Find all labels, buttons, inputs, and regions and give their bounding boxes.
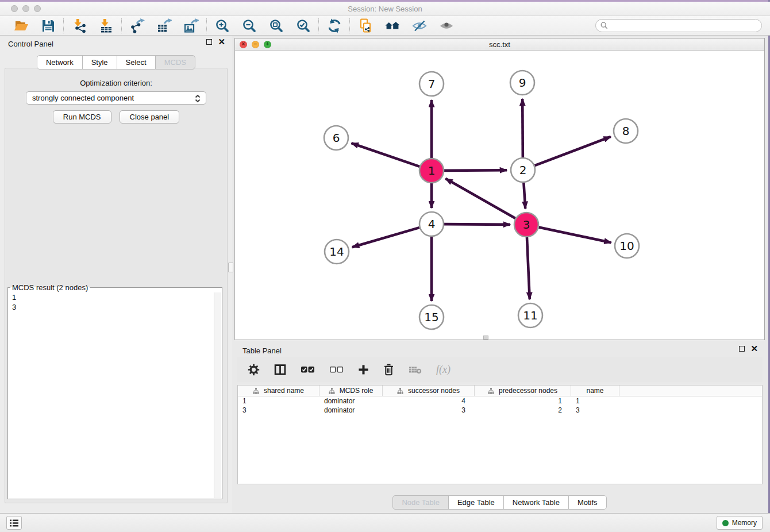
search-box[interactable] — [595, 19, 762, 32]
cell-MCDS-role[interactable]: dominator — [319, 406, 383, 415]
node-6[interactable]: 6 — [324, 126, 348, 150]
node-1[interactable]: 1 — [419, 159, 444, 183]
memory-button[interactable]: Memory — [717, 516, 763, 530]
select-all-columns-button[interactable] — [301, 363, 315, 377]
delete-table-button[interactable] — [409, 363, 422, 377]
canvas-scroll-thumb[interactable] — [483, 336, 488, 340]
network-graph[interactable]: 7968124314101511 — [235, 51, 764, 340]
unselect-all-columns-button[interactable] — [329, 363, 344, 377]
column-label: MCDS role — [340, 387, 374, 395]
import-network-button[interactable] — [71, 18, 87, 33]
network-canvas[interactable]: 7968124314101511 — [235, 51, 764, 340]
copy-network-button[interactable] — [357, 18, 373, 33]
column-header-MCDS-role[interactable]: MCDS role — [319, 385, 383, 396]
float-table-panel-icon[interactable] — [739, 346, 745, 352]
column-header-predecessor-nodes[interactable]: predecessor nodes — [475, 385, 571, 396]
table-panel-header: Table Panel ✕ — [234, 342, 765, 358]
cell-predecessor-nodes[interactable]: 2 — [475, 406, 571, 415]
export-image-button[interactable] — [183, 18, 199, 33]
cell-successor-nodes[interactable]: 4 — [383, 396, 475, 406]
tab-network-table[interactable]: Network Table — [503, 495, 569, 510]
export-table-icon — [157, 18, 172, 33]
float-panel-icon[interactable] — [206, 39, 212, 45]
cell-shared-name[interactable]: 3 — [238, 406, 319, 415]
add-column-button[interactable] — [358, 363, 369, 377]
mcds-result-line: 3 — [12, 302, 222, 312]
task-history-button[interactable] — [6, 516, 22, 530]
hide-panels-button[interactable] — [411, 18, 427, 33]
node-3[interactable]: 3 — [514, 213, 538, 237]
edge-3-11[interactable] — [527, 237, 530, 299]
edge-1-2[interactable] — [444, 170, 507, 171]
node-7[interactable]: 7 — [419, 72, 444, 96]
node-2[interactable]: 2 — [511, 158, 535, 182]
function-builder-button[interactable]: f(x) — [436, 363, 451, 377]
zoom-out-button[interactable] — [241, 18, 257, 33]
cell-shared-name[interactable]: 1 — [238, 396, 319, 406]
cell-successor-nodes[interactable]: 3 — [383, 406, 475, 415]
node-10[interactable]: 10 — [615, 234, 639, 258]
close-panel-icon[interactable]: ✕ — [218, 39, 225, 45]
column-header-name[interactable]: name — [571, 385, 619, 396]
edge-3-1[interactable] — [445, 179, 515, 218]
edge-2-9[interactable] — [522, 99, 523, 157]
search-input[interactable] — [608, 21, 761, 31]
zoom-fit-button[interactable] — [268, 18, 284, 33]
close-table-panel-icon[interactable]: ✕ — [750, 346, 758, 352]
delete-column-button[interactable] — [383, 363, 394, 377]
column-header-successor-nodes[interactable]: successor nodes — [383, 385, 475, 396]
edge-2-8[interactable] — [535, 137, 611, 165]
edge-1-6[interactable] — [351, 143, 419, 167]
save-session-button[interactable] — [40, 18, 56, 33]
cell-name[interactable]: 1 — [571, 396, 619, 406]
edge-3-10[interactable] — [539, 228, 611, 243]
node-15[interactable]: 15 — [419, 305, 444, 329]
zoom-selected-button[interactable] — [295, 18, 311, 33]
panel-splitter-handle[interactable] — [228, 263, 233, 272]
tree-icon — [253, 388, 259, 394]
tab-style[interactable]: Style — [82, 55, 117, 70]
close-panel-button[interactable]: Close panel — [120, 110, 180, 124]
show-panels-button[interactable] — [438, 18, 454, 33]
tab-network[interactable]: Network — [37, 55, 83, 70]
edge-4-14[interactable] — [352, 228, 419, 247]
node-4[interactable]: 4 — [419, 212, 444, 236]
node-9[interactable]: 9 — [510, 71, 534, 95]
export-network-button[interactable] — [129, 18, 145, 33]
import-table-button[interactable] — [98, 18, 114, 33]
status-bar: Memory — [0, 513, 770, 532]
cell-MCDS-role[interactable]: dominator — [319, 396, 383, 406]
export-table-button[interactable] — [156, 18, 172, 33]
table-settings-button[interactable] — [248, 363, 260, 377]
cell-predecessor-nodes[interactable]: 1 — [475, 396, 571, 406]
tab-mcds[interactable]: MCDS — [155, 55, 195, 70]
network-frame-titlebar[interactable]: × − + scc.txt — [235, 38, 764, 51]
mcds-result-box: MCDS result (2 nodes) 13 — [7, 283, 222, 499]
refresh-button[interactable] — [326, 18, 342, 33]
run-mcds-button[interactable]: Run MCDS — [53, 110, 111, 124]
open-file-button[interactable] — [13, 18, 29, 33]
node-table: shared nameMCDS rolesuccessor nodesprede… — [237, 385, 763, 484]
tab-motifs[interactable]: Motifs — [568, 495, 607, 510]
home-view-button[interactable] — [384, 18, 400, 33]
edge-2-3[interactable] — [523, 183, 525, 209]
import-network-icon — [72, 18, 87, 33]
zoom-in-button[interactable] — [214, 18, 230, 33]
edge-4-3[interactable] — [444, 224, 510, 225]
node-label: 2 — [519, 163, 527, 177]
table-row[interactable]: 1dominator411 — [238, 396, 762, 406]
show-panels-icon — [439, 18, 454, 33]
node-11[interactable]: 11 — [518, 303, 542, 327]
tab-select[interactable]: Select — [117, 55, 156, 70]
split-columns-button[interactable] — [274, 363, 286, 377]
node-8[interactable]: 8 — [614, 119, 638, 143]
tab-edge-table[interactable]: Edge Table — [448, 495, 504, 510]
criterion-dropdown[interactable]: strongly connected component — [26, 91, 206, 105]
table-row[interactable]: 3dominator323 — [238, 406, 762, 415]
tab-node-table[interactable]: Node Table — [392, 495, 449, 510]
node-14[interactable]: 14 — [325, 240, 349, 264]
import-table-icon — [99, 18, 114, 33]
cell-name[interactable]: 3 — [571, 406, 619, 415]
result-scrollbar[interactable] — [214, 292, 221, 498]
column-header-shared-name[interactable]: shared name — [238, 385, 319, 396]
